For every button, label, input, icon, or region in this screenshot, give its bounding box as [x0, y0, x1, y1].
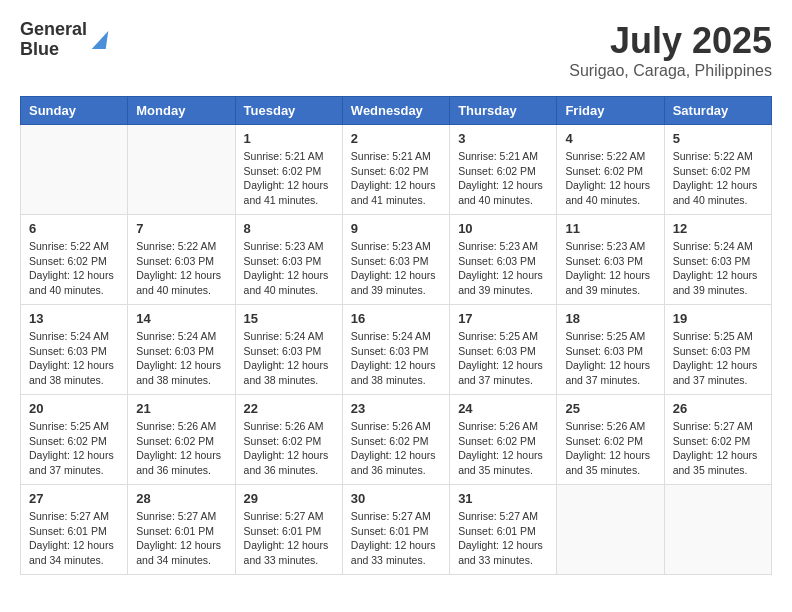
calendar-cell: 20Sunrise: 5:25 AM Sunset: 6:02 PM Dayli… — [21, 395, 128, 485]
day-number: 3 — [458, 131, 548, 146]
logo-arrow-icon — [92, 31, 109, 49]
day-info: Sunrise: 5:27 AM Sunset: 6:01 PM Dayligh… — [136, 509, 226, 568]
calendar-cell: 28Sunrise: 5:27 AM Sunset: 6:01 PM Dayli… — [128, 485, 235, 575]
calendar-cell: 21Sunrise: 5:26 AM Sunset: 6:02 PM Dayli… — [128, 395, 235, 485]
calendar-cell: 26Sunrise: 5:27 AM Sunset: 6:02 PM Dayli… — [664, 395, 771, 485]
calendar-cell: 2Sunrise: 5:21 AM Sunset: 6:02 PM Daylig… — [342, 125, 449, 215]
weekday-header: Wednesday — [342, 97, 449, 125]
day-number: 9 — [351, 221, 441, 236]
day-number: 10 — [458, 221, 548, 236]
day-info: Sunrise: 5:24 AM Sunset: 6:03 PM Dayligh… — [244, 329, 334, 388]
day-info: Sunrise: 5:22 AM Sunset: 6:03 PM Dayligh… — [136, 239, 226, 298]
day-info: Sunrise: 5:27 AM Sunset: 6:01 PM Dayligh… — [29, 509, 119, 568]
day-number: 19 — [673, 311, 763, 326]
logo-line2: Blue — [20, 40, 87, 60]
day-number: 11 — [565, 221, 655, 236]
calendar-cell — [664, 485, 771, 575]
calendar-cell: 12Sunrise: 5:24 AM Sunset: 6:03 PM Dayli… — [664, 215, 771, 305]
logo: General Blue — [20, 20, 107, 60]
calendar-table: SundayMondayTuesdayWednesdayThursdayFrid… — [20, 96, 772, 575]
day-number: 4 — [565, 131, 655, 146]
day-number: 20 — [29, 401, 119, 416]
day-info: Sunrise: 5:21 AM Sunset: 6:02 PM Dayligh… — [458, 149, 548, 208]
day-number: 25 — [565, 401, 655, 416]
calendar-cell: 14Sunrise: 5:24 AM Sunset: 6:03 PM Dayli… — [128, 305, 235, 395]
week-row: 20Sunrise: 5:25 AM Sunset: 6:02 PM Dayli… — [21, 395, 772, 485]
page-subtitle: Surigao, Caraga, Philippines — [569, 62, 772, 80]
calendar-cell: 11Sunrise: 5:23 AM Sunset: 6:03 PM Dayli… — [557, 215, 664, 305]
day-number: 17 — [458, 311, 548, 326]
day-info: Sunrise: 5:24 AM Sunset: 6:03 PM Dayligh… — [29, 329, 119, 388]
day-number: 5 — [673, 131, 763, 146]
calendar-cell — [128, 125, 235, 215]
calendar-cell: 15Sunrise: 5:24 AM Sunset: 6:03 PM Dayli… — [235, 305, 342, 395]
calendar-cell: 9Sunrise: 5:23 AM Sunset: 6:03 PM Daylig… — [342, 215, 449, 305]
day-info: Sunrise: 5:22 AM Sunset: 6:02 PM Dayligh… — [29, 239, 119, 298]
logo-line1: General — [20, 20, 87, 40]
calendar-cell: 17Sunrise: 5:25 AM Sunset: 6:03 PM Dayli… — [450, 305, 557, 395]
day-number: 22 — [244, 401, 334, 416]
calendar-cell: 31Sunrise: 5:27 AM Sunset: 6:01 PM Dayli… — [450, 485, 557, 575]
calendar-cell: 3Sunrise: 5:21 AM Sunset: 6:02 PM Daylig… — [450, 125, 557, 215]
calendar-cell: 18Sunrise: 5:25 AM Sunset: 6:03 PM Dayli… — [557, 305, 664, 395]
weekday-header: Tuesday — [235, 97, 342, 125]
page-header: General Blue July 2025 Surigao, Caraga, … — [20, 20, 772, 80]
day-number: 2 — [351, 131, 441, 146]
calendar-cell: 10Sunrise: 5:23 AM Sunset: 6:03 PM Dayli… — [450, 215, 557, 305]
day-number: 21 — [136, 401, 226, 416]
page-title: July 2025 — [569, 20, 772, 62]
day-info: Sunrise: 5:23 AM Sunset: 6:03 PM Dayligh… — [244, 239, 334, 298]
title-block: July 2025 Surigao, Caraga, Philippines — [569, 20, 772, 80]
calendar-cell: 29Sunrise: 5:27 AM Sunset: 6:01 PM Dayli… — [235, 485, 342, 575]
day-info: Sunrise: 5:24 AM Sunset: 6:03 PM Dayligh… — [351, 329, 441, 388]
day-number: 30 — [351, 491, 441, 506]
day-number: 18 — [565, 311, 655, 326]
day-info: Sunrise: 5:27 AM Sunset: 6:01 PM Dayligh… — [458, 509, 548, 568]
day-number: 6 — [29, 221, 119, 236]
calendar-cell: 24Sunrise: 5:26 AM Sunset: 6:02 PM Dayli… — [450, 395, 557, 485]
day-info: Sunrise: 5:23 AM Sunset: 6:03 PM Dayligh… — [565, 239, 655, 298]
calendar-cell: 23Sunrise: 5:26 AM Sunset: 6:02 PM Dayli… — [342, 395, 449, 485]
day-number: 29 — [244, 491, 334, 506]
day-number: 16 — [351, 311, 441, 326]
week-row: 1Sunrise: 5:21 AM Sunset: 6:02 PM Daylig… — [21, 125, 772, 215]
day-info: Sunrise: 5:22 AM Sunset: 6:02 PM Dayligh… — [565, 149, 655, 208]
day-number: 24 — [458, 401, 548, 416]
day-info: Sunrise: 5:25 AM Sunset: 6:03 PM Dayligh… — [673, 329, 763, 388]
calendar-cell: 7Sunrise: 5:22 AM Sunset: 6:03 PM Daylig… — [128, 215, 235, 305]
day-info: Sunrise: 5:24 AM Sunset: 6:03 PM Dayligh… — [136, 329, 226, 388]
day-info: Sunrise: 5:27 AM Sunset: 6:01 PM Dayligh… — [351, 509, 441, 568]
day-number: 28 — [136, 491, 226, 506]
day-info: Sunrise: 5:25 AM Sunset: 6:02 PM Dayligh… — [29, 419, 119, 478]
calendar-cell: 5Sunrise: 5:22 AM Sunset: 6:02 PM Daylig… — [664, 125, 771, 215]
weekday-header: Saturday — [664, 97, 771, 125]
calendar-cell: 22Sunrise: 5:26 AM Sunset: 6:02 PM Dayli… — [235, 395, 342, 485]
day-info: Sunrise: 5:26 AM Sunset: 6:02 PM Dayligh… — [565, 419, 655, 478]
day-info: Sunrise: 5:25 AM Sunset: 6:03 PM Dayligh… — [458, 329, 548, 388]
calendar-cell — [557, 485, 664, 575]
calendar-cell: 8Sunrise: 5:23 AM Sunset: 6:03 PM Daylig… — [235, 215, 342, 305]
calendar-cell: 25Sunrise: 5:26 AM Sunset: 6:02 PM Dayli… — [557, 395, 664, 485]
day-info: Sunrise: 5:21 AM Sunset: 6:02 PM Dayligh… — [244, 149, 334, 208]
weekday-header: Sunday — [21, 97, 128, 125]
day-number: 31 — [458, 491, 548, 506]
day-number: 23 — [351, 401, 441, 416]
day-info: Sunrise: 5:22 AM Sunset: 6:02 PM Dayligh… — [673, 149, 763, 208]
day-number: 8 — [244, 221, 334, 236]
day-info: Sunrise: 5:23 AM Sunset: 6:03 PM Dayligh… — [351, 239, 441, 298]
day-info: Sunrise: 5:27 AM Sunset: 6:02 PM Dayligh… — [673, 419, 763, 478]
calendar-cell: 4Sunrise: 5:22 AM Sunset: 6:02 PM Daylig… — [557, 125, 664, 215]
logo-text: General Blue — [20, 20, 87, 60]
day-info: Sunrise: 5:26 AM Sunset: 6:02 PM Dayligh… — [458, 419, 548, 478]
day-number: 7 — [136, 221, 226, 236]
day-number: 15 — [244, 311, 334, 326]
day-info: Sunrise: 5:21 AM Sunset: 6:02 PM Dayligh… — [351, 149, 441, 208]
weekday-header: Friday — [557, 97, 664, 125]
calendar-cell: 6Sunrise: 5:22 AM Sunset: 6:02 PM Daylig… — [21, 215, 128, 305]
day-number: 14 — [136, 311, 226, 326]
day-info: Sunrise: 5:27 AM Sunset: 6:01 PM Dayligh… — [244, 509, 334, 568]
calendar-cell: 19Sunrise: 5:25 AM Sunset: 6:03 PM Dayli… — [664, 305, 771, 395]
calendar-cell: 27Sunrise: 5:27 AM Sunset: 6:01 PM Dayli… — [21, 485, 128, 575]
day-info: Sunrise: 5:24 AM Sunset: 6:03 PM Dayligh… — [673, 239, 763, 298]
day-number: 27 — [29, 491, 119, 506]
